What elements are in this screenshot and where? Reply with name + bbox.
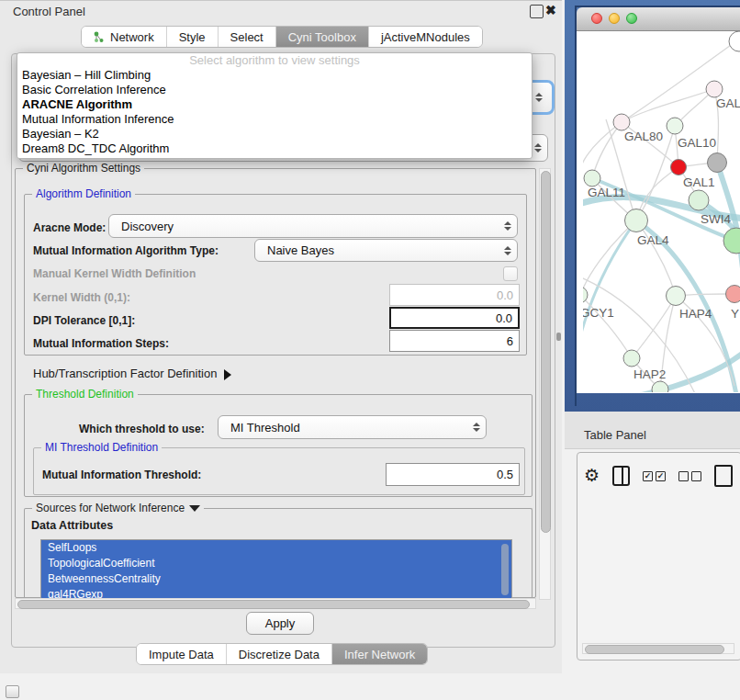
network-icon <box>94 31 105 43</box>
columns-icon[interactable] <box>612 466 630 486</box>
attribute-list-item[interactable]: SelfLoops <box>41 540 511 556</box>
dropdown-item[interactable]: Bayesian – K2 <box>17 127 532 141</box>
network-node-label: HAP2 <box>633 367 666 381</box>
deselect-all-checkboxes-icon[interactable] <box>678 471 701 481</box>
network-node-swi4[interactable] <box>689 190 709 210</box>
network-node-label: GCY1 <box>583 306 614 320</box>
tab-label: Select <box>230 30 263 44</box>
data-attributes-list[interactable]: SelfLoopsTopologicalCoefficientBetweenne… <box>40 539 512 604</box>
table-horizontal-scrollbar[interactable] <box>582 643 734 654</box>
network-node-gal1[interactable] <box>671 160 687 175</box>
zoom-traffic-light-icon[interactable] <box>626 13 637 24</box>
dropdown-item[interactable]: ARACNE Algorithm <box>17 97 532 112</box>
table-toolbar: ⚙ ✓✓ <box>584 461 740 491</box>
network-view[interactable]: GALGAL80GAL10GAL1GAL11SWI4GAL4GCY1HAP4YH… <box>583 30 740 392</box>
aracne-mode-value: Discovery <box>109 220 499 233</box>
network-node-gal10[interactable] <box>667 118 683 134</box>
top-tab-strip: NetworkStyleSelectCyni ToolboxjActiveMNo… <box>81 26 483 48</box>
network-node-label: GAL1 <box>683 175 715 189</box>
aracne-mode-combo[interactable]: Discovery <box>108 214 518 238</box>
attribute-list-item[interactable]: BetweennessCentrality <box>41 571 511 587</box>
network-node[interactable] <box>729 31 740 51</box>
tab-discretize-data[interactable]: Discretize Data <box>227 644 332 664</box>
network-node-label: GAL80 <box>624 130 663 143</box>
apply-button[interactable]: Apply <box>246 612 314 635</box>
network-edge <box>583 220 636 351</box>
threshold-definition-title: Threshold Definition <box>32 388 138 401</box>
network-node-gcy1[interactable] <box>583 287 588 303</box>
network-node[interactable] <box>708 153 727 173</box>
network-edge <box>636 220 676 296</box>
combo-stepper-icon <box>499 221 517 231</box>
network-edge <box>592 122 622 178</box>
document-icon[interactable] <box>714 465 733 487</box>
mi-algorithm-type-value: Naive Bayes <box>255 243 499 257</box>
dropdown-item[interactable]: Basic Correlation Inference <box>17 83 532 97</box>
tab-style[interactable]: Style <box>167 27 219 47</box>
kernel-width-input[interactable]: 0.0 <box>389 284 520 306</box>
which-threshold-label: Which threshold to use: <box>79 421 205 437</box>
tab-label: Discretize Data <box>239 648 320 661</box>
network-node-label: GAL <box>716 96 740 110</box>
list-scrollbar-thumb[interactable] <box>501 544 509 595</box>
network-node[interactable] <box>723 228 740 254</box>
network-node-gal[interactable] <box>706 81 723 97</box>
table-panel-title: Table Panel <box>584 428 646 442</box>
close-traffic-light-icon[interactable] <box>591 13 602 24</box>
mi-steps-input[interactable]: 6 <box>389 330 520 352</box>
tab-label: Infer Network <box>344 648 415 661</box>
dropdown-item[interactable]: Bayesian – Hill Climbing <box>17 68 532 83</box>
tab-cyni-toolbox[interactable]: Cyni Toolbox <box>276 27 369 47</box>
bottom-tab-strip: Impute DataDiscretize DataInfer Network <box>136 643 428 665</box>
dpi-tolerance-input[interactable]: 0.0 <box>389 307 520 329</box>
panel-splitter-handle[interactable] <box>556 333 561 341</box>
which-threshold-combo[interactable]: MI Threshold <box>218 415 487 439</box>
manual-kernel-width-label: Manual Kernel Width Definition <box>33 265 196 282</box>
collapse-down-icon <box>189 505 200 512</box>
settings-horizontal-scrollbar[interactable] <box>15 598 536 609</box>
tab-select[interactable]: Select <box>219 27 276 47</box>
mi-algorithm-type-label: Mutual Information Algorithm Type: <box>33 243 219 259</box>
tab-infer-network[interactable]: Infer Network <box>332 644 427 664</box>
network-node-gal4[interactable] <box>625 209 648 232</box>
gear-icon[interactable]: ⚙ <box>584 467 600 485</box>
kernel-width-label: Kernel Width (0,1): <box>33 289 130 306</box>
network-node-hap2[interactable] <box>623 350 640 367</box>
tab-jactivemnodules[interactable]: jActiveMNodules <box>369 27 482 47</box>
manual-kernel-width-checkbox[interactable] <box>503 266 518 281</box>
dropdown-hint: Select algorithm to view settings <box>17 53 532 68</box>
network-window-titlebar[interactable] <box>577 7 740 31</box>
network-node-y[interactable] <box>726 286 740 303</box>
table-rows-clip: shared...name YDL19...YDL19...13YDR27...… <box>582 494 740 641</box>
horizontal-scrollbar-thumb[interactable] <box>17 600 530 609</box>
vertical-scrollbar-thumb[interactable] <box>541 171 551 533</box>
settings-vertical-scrollbar[interactable] <box>539 168 551 600</box>
tab-impute-data[interactable]: Impute Data <box>137 644 227 664</box>
tab-label: jActiveMNodules <box>381 30 470 44</box>
minimized-panel-icon[interactable] <box>6 685 19 698</box>
control-panel: Control Panel ✖ NetworkStyleSelectCyni T… <box>0 0 562 673</box>
algorithm-dropdown-popup: Select algorithm to view settings Bayesi… <box>17 52 533 159</box>
network-node-hap4[interactable] <box>667 287 686 306</box>
mi-threshold-label: Mutual Information Threshold: <box>42 467 201 483</box>
mi-algorithm-type-combo[interactable]: Naive Bayes <box>254 239 518 262</box>
network-node-gal80[interactable] <box>613 114 630 130</box>
tab-network[interactable]: Network <box>82 27 167 47</box>
network-node-label: SWI4 <box>701 212 731 226</box>
algorithm-definition-title: Algorithm Definition <box>32 187 135 200</box>
combo-stepper-icon <box>499 246 517 255</box>
dropdown-item[interactable]: Dream8 DC_TDC Algorithm <box>17 141 532 156</box>
dropdown-item[interactable]: Mutual Information Inference <box>17 112 532 127</box>
select-all-checkboxes-icon[interactable]: ✓✓ <box>643 471 666 481</box>
network-node-gal11[interactable] <box>584 170 600 186</box>
dpi-tolerance-label: DPI Tolerance [0,1]: <box>33 312 135 329</box>
mi-threshold-input[interactable]: 0.5 <box>386 463 520 486</box>
table-scrollbar-thumb[interactable] <box>585 645 724 654</box>
attribute-list-item[interactable]: TopologicalCoefficient <box>41 556 511 571</box>
float-window-icon[interactable] <box>530 5 544 18</box>
close-panel-icon[interactable]: ✖ <box>545 3 556 17</box>
network-node-label: HAP4 <box>679 307 712 321</box>
expand-right-icon <box>224 369 231 380</box>
minimize-traffic-light-icon[interactable] <box>609 13 620 24</box>
hub-definition-toggle[interactable]: Hub/Transcription Factor Definition <box>33 367 231 380</box>
